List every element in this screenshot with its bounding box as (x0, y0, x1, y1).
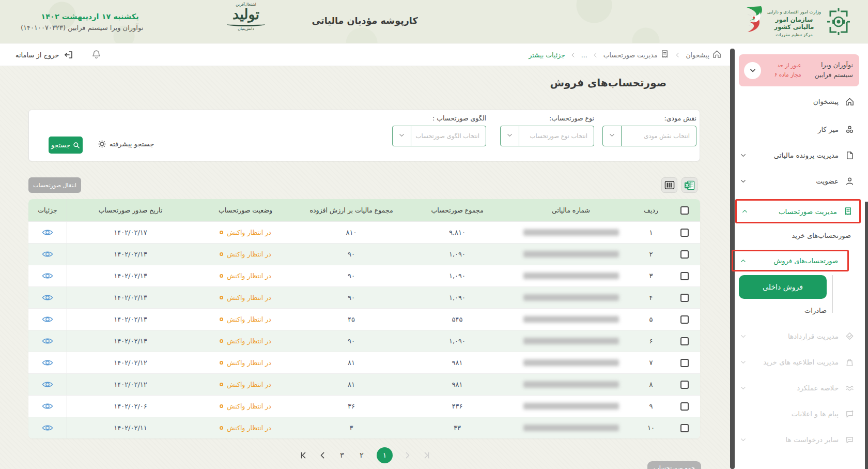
portal-title: کارپوشه مؤدیان مالیاتی (0, 16, 730, 26)
invoice-icon (660, 49, 670, 60)
sidebar-subitem-domestic-sales-button[interactable]: فروش داخلی (739, 275, 827, 299)
row-number: ۴ (633, 287, 669, 308)
details-eye-button[interactable] (42, 424, 53, 432)
row-checkbox[interactable] (680, 272, 689, 280)
issue-date-cell: ۱۴۰۲/۰۲/۱۳ (67, 265, 194, 286)
notifications-bell-icon[interactable] (91, 49, 102, 62)
invoice-total: ۳۳ (406, 417, 509, 438)
row-checkbox[interactable] (680, 424, 689, 432)
contracts-icon (845, 331, 855, 341)
status-label: در انتظار واکنش (227, 250, 271, 258)
sidebar-item-1[interactable]: پیشخوان (735, 91, 861, 112)
row-checkbox[interactable] (680, 402, 689, 411)
row-number: ۱۰ (633, 417, 669, 438)
sidebar-item-5[interactable]: مدیریت صورتحساب (735, 199, 861, 223)
person-icon (845, 176, 855, 186)
current-page-button[interactable]: ۱ (377, 447, 393, 463)
details-eye-button[interactable] (42, 315, 53, 323)
tax-id-cell (509, 309, 633, 330)
details-eye-button[interactable] (42, 272, 53, 280)
select-all-checkbox[interactable] (680, 206, 689, 215)
filter-select-1[interactable]: انتخاب نقش مودی (602, 126, 696, 146)
table-row: ۱۰۳۳۳در انتظار واکنش۱۴۰۲/۰۲/۱۱ (28, 417, 700, 438)
status-label: در انتظار واکنش (227, 229, 271, 236)
breadcrumb-item-3[interactable]: ... (581, 51, 587, 59)
issue-date-cell: ۱۴۰۲/۰۲/۱۱ (67, 417, 194, 438)
row-checkbox[interactable] (680, 381, 689, 389)
details-eye-button[interactable] (42, 359, 53, 367)
page-number-button[interactable]: ۲ (357, 451, 366, 459)
search-filter-card: نقش مودی:انتخاب نقش مودینوع صورتحساب:انت… (28, 110, 700, 161)
table-row: ۴۱,۰۹۰۹۰در انتظار واکنش۱۴۰۲/۰۲/۱۳ (28, 286, 700, 308)
last-page-icon[interactable] (299, 451, 308, 460)
status-dot-icon (220, 426, 223, 430)
next-page-icon[interactable] (318, 451, 327, 460)
invoice-status: در انتظار واکنش (220, 272, 271, 280)
vat-total: ۹۰ (297, 265, 406, 286)
row-checkbox-cell (669, 352, 700, 373)
invoice-icon (843, 206, 853, 216)
slogan-small-2: دانش‌بنیان (219, 26, 273, 32)
row-checkbox[interactable] (680, 359, 689, 367)
details-eye-button[interactable] (42, 294, 53, 301)
row-checkbox[interactable] (680, 337, 689, 345)
column-settings-button[interactable] (661, 177, 677, 193)
sidebar-item-3[interactable]: مدیریت پرونده مالیاتی (735, 145, 861, 165)
status-dot-icon (220, 252, 223, 256)
filter-select-2[interactable]: انتخاب نوع صورتحساب (500, 126, 594, 146)
advanced-search-button[interactable]: جستجو پیشرفته (98, 140, 154, 148)
select-chevron-zone[interactable] (603, 126, 622, 146)
issue-date-cell: ۱۴۰۲/۰۲/۱۳ (67, 244, 194, 265)
details-eye-button[interactable] (42, 250, 53, 258)
invoice-status-cell: در انتظار واکنش (194, 265, 297, 286)
badge-expand-button[interactable] (744, 62, 761, 79)
row-checkbox[interactable] (680, 294, 689, 302)
issue-date-cell: ۱۴۰۲/۰۲/۱۲ (67, 374, 194, 395)
sidebar-item-4[interactable]: عضویت (735, 171, 861, 191)
details-eye-button[interactable] (42, 229, 53, 236)
page-number-button[interactable]: ۳ (337, 451, 347, 459)
row-checkbox[interactable] (680, 229, 689, 237)
issue-date: ۱۴۰۲/۰۲/۱۲ (114, 381, 147, 388)
tax-id-cell (509, 287, 633, 308)
select-chevron-zone[interactable] (501, 126, 519, 146)
breadcrumb-item-1[interactable]: پیشخوان (686, 49, 722, 60)
status-dot-icon (220, 317, 223, 321)
tax-id-cell (509, 244, 633, 265)
breadcrumb-item-2[interactable]: مدیریت صورتحساب (603, 49, 670, 60)
issue-date: ۱۴۰۲/۰۲/۱۱ (114, 424, 147, 432)
invoice-status: در انتظار واکنش (220, 381, 271, 388)
sidebar-subitem-label: صادرات (804, 307, 827, 314)
issue-date: ۱۴۰۲/۰۲/۱۳ (114, 337, 147, 345)
invoice-sum-button[interactable]: جمع صورتحساب (647, 461, 701, 469)
status-label: در انتظار واکنش (227, 359, 271, 367)
requests-icon (845, 435, 855, 445)
search-icon (73, 142, 80, 149)
filter-select-3[interactable]: انتخاب الگوی صورتحساب (392, 126, 486, 146)
details-eye-button[interactable] (42, 381, 53, 388)
export-excel-button[interactable] (681, 177, 698, 193)
transfer-invoice-button[interactable]: انتقال صورتحساب (28, 177, 81, 193)
issue-date-cell: ۱۴۰۲/۰۲/۱۳ (67, 330, 194, 352)
sidebar-subitem-7[interactable]: صورتحساب‌های فروش (732, 250, 849, 271)
breadcrumb-item-4[interactable]: جزئیات بیشتر (529, 51, 565, 59)
sidebar-subitem-9[interactable]: صادرات (735, 300, 868, 321)
tax-id-cell (509, 396, 633, 417)
issue-date-cell: ۱۴۰۲/۰۲/۱۳ (67, 287, 194, 308)
issue-date: ۱۴۰۲/۰۲/۱۳ (114, 294, 147, 301)
sidebar-item-13: پیام ها و اعلانات (735, 403, 861, 424)
select-chevron-zone[interactable] (393, 126, 411, 146)
search-button[interactable]: جستجو (49, 137, 83, 154)
details-eye-button[interactable] (42, 402, 53, 410)
sidebar-item-2[interactable]: میز کار (735, 119, 861, 140)
tax-id-cell (509, 330, 633, 352)
details-eye-button[interactable] (42, 337, 53, 345)
performance-icon (845, 383, 855, 393)
row-checkbox[interactable] (680, 250, 689, 259)
chevron-down-icon (749, 66, 757, 74)
logout-button[interactable]: خروج از سامانه (16, 43, 74, 66)
user-quota-badge[interactable]: نوآوران ویرا سیستم فرابین عبور از حد مجا… (739, 54, 859, 86)
filter-placeholder: انتخاب الگوی صورتحساب (416, 126, 479, 146)
row-checkbox[interactable] (680, 315, 689, 324)
sidebar-subitem-6[interactable]: صورتحساب‌های خرید (735, 225, 868, 246)
